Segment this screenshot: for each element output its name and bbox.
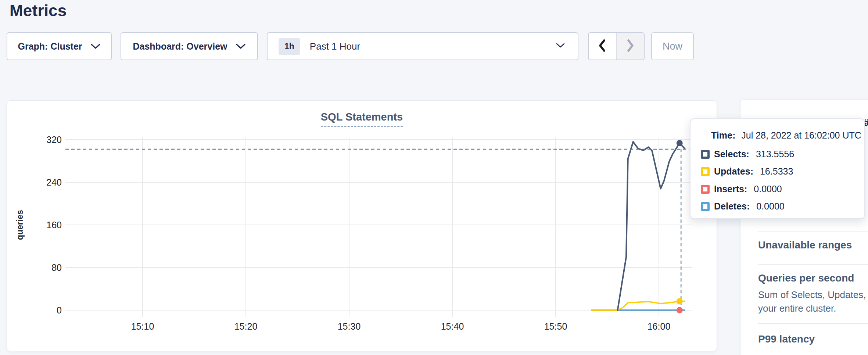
sidebar-item-description-line: Sum of Selects, Updates, Inser bbox=[758, 289, 868, 301]
tooltip-series-value: 313.5556 bbox=[756, 149, 794, 159]
svg-text:queries: queries bbox=[15, 210, 25, 240]
tooltip-series-name: Updates: bbox=[714, 166, 753, 177]
tooltip-series-name: Selects: bbox=[714, 149, 749, 159]
svg-text:15:40: 15:40 bbox=[441, 321, 464, 331]
svg-text:160: 160 bbox=[46, 220, 62, 230]
tooltip-series-row: Selects: 313.5556 bbox=[701, 149, 794, 159]
metrics-page: { "header": { "title": "Metrics" }, "too… bbox=[0, 0, 868, 355]
tooltip-series-name: Deletes: bbox=[714, 201, 750, 212]
selects-series-swatch-icon bbox=[701, 150, 710, 159]
tooltip-series-value: 0.0000 bbox=[754, 184, 782, 194]
svg-text:15:10: 15:10 bbox=[131, 321, 154, 331]
tooltip-time-label: Time: bbox=[711, 130, 735, 140]
svg-text:320: 320 bbox=[46, 135, 62, 145]
divider bbox=[758, 264, 868, 265]
svg-text:80: 80 bbox=[51, 262, 62, 273]
tooltip-series-row: Updates: 16.5333 bbox=[701, 166, 793, 177]
sidebar-item-queries-per-second: Queries per second bbox=[758, 272, 854, 284]
tooltip-time-row: Time:Jul 28, 2022 at 16:02:00 UTC bbox=[711, 130, 861, 141]
svg-text:15:30: 15:30 bbox=[338, 321, 361, 331]
tooltip-series-row: Inserts: 0.0000 bbox=[701, 184, 782, 194]
sidebar-item-p99-latency: P99 latency bbox=[758, 333, 815, 345]
tooltip-series-row: Deletes: 0.0000 bbox=[701, 201, 785, 212]
updates-series-swatch-icon bbox=[701, 167, 710, 176]
tooltip-series-name: Inserts: bbox=[714, 184, 747, 194]
svg-text:0: 0 bbox=[57, 305, 62, 315]
divider bbox=[758, 231, 868, 232]
svg-text:240: 240 bbox=[46, 177, 62, 187]
sidebar-item-description-line: your entire cluster. bbox=[758, 303, 836, 314]
tooltip-series-value: 16.5333 bbox=[760, 166, 793, 177]
svg-text:15:20: 15:20 bbox=[234, 321, 258, 331]
tooltip-time-value: Jul 28, 2022 at 16:02:00 UTC bbox=[741, 130, 861, 140]
svg-text:15:50: 15:50 bbox=[544, 321, 567, 331]
sidebar-item-unavailable-ranges: Unavailable ranges bbox=[758, 239, 852, 251]
svg-text:16:00: 16:00 bbox=[648, 321, 671, 331]
inserts-series-swatch-icon bbox=[701, 185, 710, 194]
tooltip-series-value: 0.0000 bbox=[756, 201, 784, 212]
deletes-series-swatch-icon bbox=[701, 202, 710, 211]
divider bbox=[758, 323, 868, 324]
chart-hover-tooltip: Time:Jul 28, 2022 at 16:02:00 UTC Select… bbox=[690, 118, 865, 219]
